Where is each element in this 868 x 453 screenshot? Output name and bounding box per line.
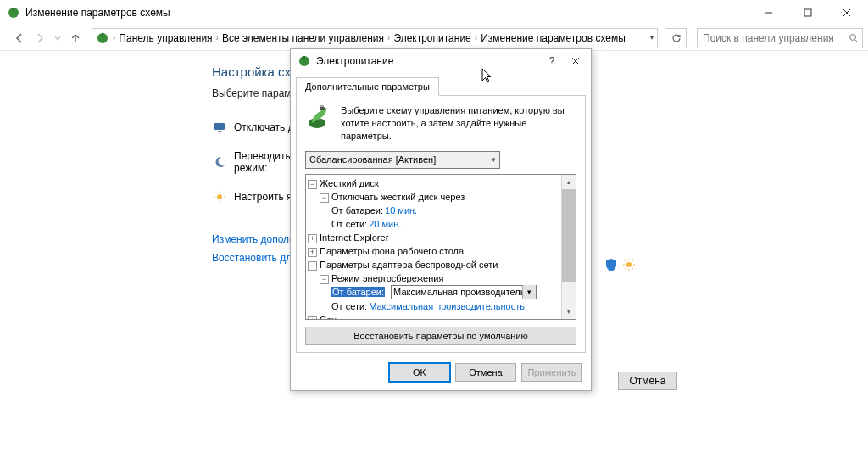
collapse-icon[interactable]: − bbox=[308, 180, 317, 189]
breadcrumb-item[interactable]: Панель управления› bbox=[119, 32, 220, 44]
collapse-icon[interactable]: − bbox=[308, 261, 317, 271]
expand-icon[interactable]: + bbox=[308, 316, 317, 319]
svg-point-8 bbox=[850, 34, 856, 40]
tree-node-hdd-off[interactable]: −Отключать жесткий диск через bbox=[308, 190, 559, 204]
tab-advanced[interactable]: Дополнительные параметры bbox=[296, 77, 439, 96]
minimize-button[interactable] bbox=[749, 0, 788, 25]
search-icon bbox=[849, 33, 859, 43]
svg-rect-1 bbox=[13, 8, 14, 12]
breadcrumb-item[interactable]: Все элементы панели управления› bbox=[222, 32, 392, 44]
ok-button[interactable]: OK bbox=[389, 363, 450, 382]
close-button[interactable] bbox=[827, 0, 866, 25]
app-icon bbox=[7, 6, 20, 20]
tab-page: Выберите схему управления питанием, кото… bbox=[296, 95, 586, 353]
power-scheme-value: Сбалансированная [Активен] bbox=[309, 154, 436, 165]
forward-button[interactable] bbox=[32, 31, 47, 46]
tree-leaf-hdd-ac[interactable]: От сети:20 мин. bbox=[308, 217, 559, 231]
chevron-down-icon[interactable]: ▾ bbox=[650, 34, 654, 42]
expand-icon[interactable]: + bbox=[308, 248, 317, 257]
power-scheme-select[interactable]: Сбалансированная [Активен] ▾ bbox=[305, 151, 500, 169]
scroll-up-button[interactable]: ▴ bbox=[562, 175, 576, 189]
chevron-down-icon: ▾ bbox=[522, 285, 536, 299]
dialog-cancel-button[interactable]: Отмена bbox=[455, 363, 516, 382]
help-button[interactable]: ? bbox=[540, 51, 564, 71]
tab-strip: Дополнительные параметры bbox=[291, 73, 591, 95]
svg-line-24 bbox=[625, 268, 626, 270]
window-title: Изменение параметров схемы bbox=[25, 7, 749, 19]
breadcrumb[interactable]: › Панель управления› Все элементы панели… bbox=[92, 28, 658, 48]
power-options-dialog: Электропитание ? Дополнительные параметр… bbox=[290, 48, 592, 391]
dialog-title: Электропитание bbox=[316, 55, 540, 67]
breadcrumb-item[interactable]: Изменение параметров схемы bbox=[481, 32, 626, 44]
svg-rect-7 bbox=[102, 33, 103, 37]
svg-line-23 bbox=[632, 268, 634, 270]
apply-button[interactable]: Применить bbox=[521, 363, 582, 382]
svg-rect-3 bbox=[804, 9, 811, 16]
svg-point-17 bbox=[626, 262, 632, 267]
tree-node-sleep[interactable]: +Сон bbox=[308, 313, 559, 319]
tree-node-hdd[interactable]: −Жесткий диск bbox=[308, 176, 559, 190]
restore-defaults-button[interactable]: Восстановить параметры по умолчанию bbox=[305, 327, 576, 345]
tree-node-ie[interactable]: +Internet Explorer bbox=[308, 231, 559, 244]
scroll-down-button[interactable]: ▾ bbox=[562, 305, 576, 319]
tree-scrollbar[interactable]: ▴ ▾ bbox=[561, 175, 576, 319]
wifi-battery-select[interactable]: Максимальная производительнос ▾ bbox=[391, 285, 537, 299]
svg-rect-31 bbox=[320, 107, 325, 110]
svg-rect-10 bbox=[214, 123, 225, 130]
back-button[interactable] bbox=[12, 31, 27, 46]
monitor-icon bbox=[212, 120, 227, 135]
dialog-titlebar: Электропитание ? bbox=[291, 49, 591, 73]
settings-tree: −Жесткий диск −Отключать жесткий диск че… bbox=[305, 174, 576, 320]
dialog-icon bbox=[298, 54, 311, 68]
brightness-icons bbox=[605, 258, 636, 271]
svg-rect-27 bbox=[303, 56, 305, 60]
collapse-icon[interactable]: − bbox=[320, 193, 329, 203]
tree-node-powersave[interactable]: −Режим энергосбережения bbox=[308, 271, 559, 285]
shield-icon bbox=[605, 258, 617, 271]
collapse-icon[interactable]: − bbox=[320, 275, 329, 284]
tree-node-wifi[interactable]: −Параметры адаптера беспроводной сети bbox=[308, 258, 559, 271]
dialog-close-button[interactable] bbox=[564, 51, 587, 71]
chevron-down-icon: ▾ bbox=[492, 155, 496, 164]
recent-locations-button[interactable] bbox=[53, 31, 63, 46]
tree-leaf-hdd-battery[interactable]: От батареи:10 мин. bbox=[308, 204, 559, 217]
cancel-button[interactable]: Отмена bbox=[618, 372, 677, 390]
chevron-right-icon: › bbox=[111, 33, 117, 42]
sun-icon bbox=[212, 189, 227, 204]
tree-leaf-wifi-battery[interactable]: От батареи: Максимальная производительно… bbox=[308, 285, 559, 299]
svg-rect-11 bbox=[218, 131, 221, 132]
svg-line-25 bbox=[632, 260, 634, 262]
dialog-intro-text: Выберите схему управления питанием, кото… bbox=[341, 104, 576, 143]
search-box[interactable] bbox=[697, 28, 863, 48]
up-button[interactable] bbox=[68, 31, 83, 46]
tree-leaf-wifi-ac[interactable]: От сети:Максимальная производительность bbox=[308, 299, 559, 313]
sun-icon bbox=[622, 258, 636, 271]
svg-line-9 bbox=[855, 40, 858, 42]
tree-node-wallpaper[interactable]: +Параметры фона рабочего стола bbox=[308, 244, 559, 258]
svg-point-12 bbox=[217, 194, 222, 199]
nav-bar: › Панель управления› Все элементы панели… bbox=[0, 25, 868, 51]
breadcrumb-item[interactable]: Электропитание› bbox=[393, 32, 479, 44]
moon-icon bbox=[212, 154, 227, 170]
expand-icon[interactable]: + bbox=[308, 234, 317, 243]
search-input[interactable] bbox=[701, 31, 849, 45]
refresh-button[interactable] bbox=[666, 28, 687, 48]
maximize-button[interactable] bbox=[788, 0, 827, 25]
window-titlebar: Изменение параметров схемы bbox=[0, 0, 868, 25]
breadcrumb-root-icon bbox=[96, 31, 109, 45]
scroll-thumb[interactable] bbox=[562, 189, 576, 282]
power-plan-icon bbox=[305, 104, 332, 131]
svg-line-22 bbox=[625, 260, 626, 262]
